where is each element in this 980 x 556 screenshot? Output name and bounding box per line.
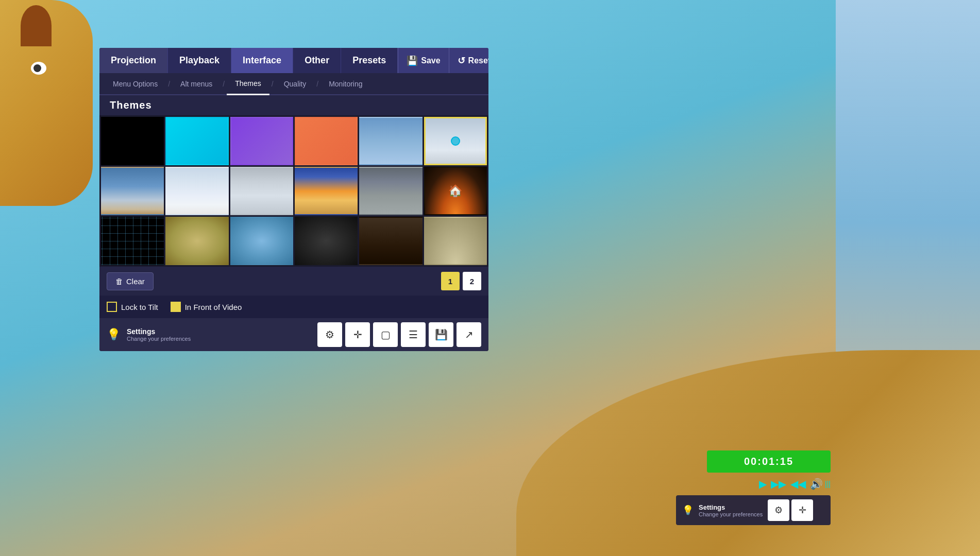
theme-home-theater[interactable] <box>359 217 422 265</box>
theme-sky[interactable] <box>359 117 422 165</box>
save-icon: 💾 <box>407 55 418 66</box>
subnav-alt-menus[interactable]: Alt menus <box>172 74 221 94</box>
subnav-monitoring[interactable]: Monitoring <box>320 74 370 94</box>
lock-to-tilt-checkbox[interactable] <box>107 302 117 312</box>
theme-sky-scene[interactable] <box>101 167 164 215</box>
next-button[interactable]: ▶▶ <box>771 478 786 490</box>
subnav-themes[interactable]: Themes <box>227 73 269 95</box>
theme-lounge[interactable] <box>424 217 487 265</box>
themes-section-label: Themes <box>99 95 488 115</box>
in-front-label: In Front of Video <box>185 303 242 311</box>
bottom-right-hud: 00:01:15 ▶ ▶▶ ◀◀ 🔊 ||| 💡 Settings Change… <box>676 450 831 525</box>
toolbar-square-button[interactable]: ▢ <box>373 322 398 347</box>
theme-purple[interactable] <box>230 117 293 165</box>
small-settings-subtitle: Change your preferences <box>699 511 763 517</box>
timer-display: 00:01:15 <box>707 450 831 473</box>
settings-title: Settings <box>127 327 191 336</box>
volume-icon[interactable]: 🔊 <box>810 478 823 490</box>
bulb-icon: 💡 <box>107 328 121 341</box>
settings-info: 💡 Settings Change your preferences <box>107 327 314 342</box>
theme-black[interactable] <box>101 117 164 165</box>
toolbar-save-button[interactable]: 💾 <box>429 322 453 347</box>
theme-dark-clouds[interactable] <box>359 167 422 215</box>
lock-to-tilt-label: Lock to Tilt <box>121 303 158 311</box>
theme-clouds-selected[interactable] <box>424 117 487 165</box>
play-button[interactable]: ▶ <box>759 478 767 490</box>
reset-button[interactable]: ↺ Reset <box>449 48 488 73</box>
themes-grid: 🏠 <box>99 115 488 267</box>
theme-orange[interactable] <box>295 117 358 165</box>
camel-decoration <box>0 0 93 206</box>
small-crosshair-button[interactable]: ✛ <box>791 499 813 521</box>
tab-interface[interactable]: Interface <box>231 48 293 73</box>
theme-sunset[interactable] <box>295 167 358 215</box>
small-bulb-icon: 💡 <box>682 505 694 516</box>
page-indicator: 1 2 <box>441 272 481 290</box>
toolbar-export-button[interactable]: ↗ <box>457 322 481 347</box>
clear-icon: 🗑 <box>115 277 123 286</box>
playback-controls: ▶ ▶▶ ◀◀ 🔊 ||| <box>759 478 831 490</box>
small-toolbar: ⚙ ✛ <box>768 499 813 521</box>
rewind-button[interactable]: ◀◀ <box>790 478 806 490</box>
theme-fireplace[interactable]: 🏠 <box>424 167 487 215</box>
theme-grid-room[interactable] <box>101 217 164 265</box>
theme-clouds1[interactable] <box>165 167 228 215</box>
toolbar-gear-button[interactable]: ⚙ <box>317 322 342 347</box>
page-2-button[interactable]: 2 <box>463 272 481 290</box>
theme-lobby1[interactable] <box>165 217 228 265</box>
settings-subtitle: Change your preferences <box>127 336 191 342</box>
small-gear-button[interactable]: ⚙ <box>768 499 789 521</box>
save-button[interactable]: 💾 Save <box>398 48 448 73</box>
in-front-option[interactable]: In Front of Video <box>171 302 242 312</box>
tab-projection[interactable]: Projection <box>99 48 168 73</box>
page-1-button[interactable]: 1 <box>441 272 460 290</box>
theme-clouds2[interactable] <box>230 167 293 215</box>
small-settings-title: Settings <box>699 503 763 511</box>
toolbar-crosshair-button[interactable]: ✛ <box>345 322 370 347</box>
lock-to-tilt-option[interactable]: Lock to Tilt <box>107 302 158 312</box>
theme-lobby2[interactable] <box>230 217 293 265</box>
main-tabs: Projection Playback Interface Other Pres… <box>99 48 488 73</box>
subnav-menu-options[interactable]: Menu Options <box>105 74 166 94</box>
small-settings-bar: 💡 Settings Change your preferences ⚙ ✛ <box>676 495 831 525</box>
clear-button[interactable]: 🗑 Clear <box>107 272 154 290</box>
tab-playback[interactable]: Playback <box>168 48 231 73</box>
settings-panel: Projection Playback Interface Other Pres… <box>99 48 488 351</box>
toolbar: 💡 Settings Change your preferences ⚙ ✛ ▢… <box>99 318 488 351</box>
theme-cinema[interactable] <box>295 217 358 265</box>
in-front-checkbox[interactable] <box>171 302 181 312</box>
bottom-controls: 🗑 Clear 1 2 <box>99 267 488 296</box>
subnav: Menu Options / Alt menus / Themes / Qual… <box>99 73 488 95</box>
tab-other[interactable]: Other <box>293 48 341 73</box>
tab-presets[interactable]: Presets <box>341 48 398 73</box>
volume-bars-icon: ||| <box>825 480 831 488</box>
toolbar-menu-button[interactable]: ☰ <box>401 322 426 347</box>
reset-icon: ↺ <box>458 55 465 66</box>
theme-cyan[interactable] <box>165 117 228 165</box>
options-row: Lock to Tilt In Front of Video <box>99 296 488 318</box>
subnav-quality[interactable]: Quality <box>276 74 315 94</box>
